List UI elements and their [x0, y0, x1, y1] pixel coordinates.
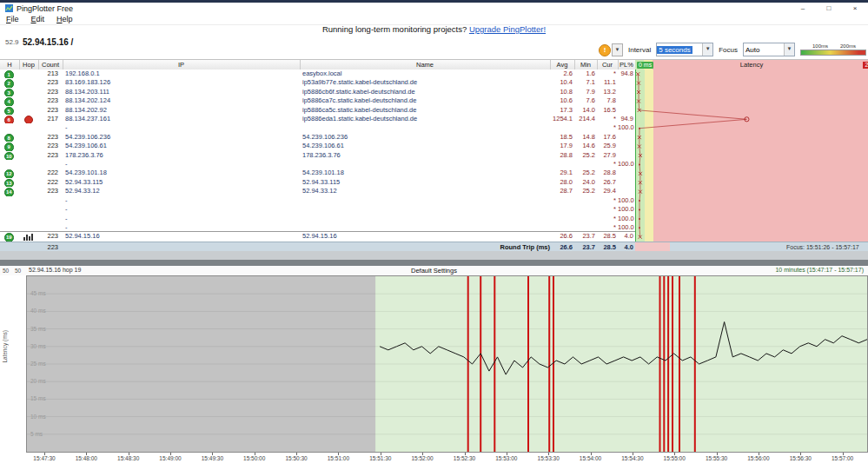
cell-count: [38, 123, 63, 132]
app-icon: [5, 4, 13, 12]
cell-name: 54.239.106.61: [300, 142, 550, 150]
cell-name: easybox.local: [300, 70, 550, 78]
timeline-chart: 45 ms40 ms35 ms30 ms25 ms20 ms15 ms10 ms…: [27, 276, 867, 452]
cell-min: 214.4: [574, 115, 597, 123]
timeline-plot[interactable]: 45 ms40 ms35 ms30 ms25 ms20 ms15 ms10 ms…: [26, 275, 868, 453]
x-tick-label: 15:53:30: [533, 455, 564, 461]
cell-avg: 10.4: [550, 78, 574, 87]
cell-count: 213: [38, 70, 63, 78]
x-tick-label: 15:52:00: [407, 455, 438, 461]
close-button[interactable]: ×: [842, 3, 868, 14]
y-axis-title: Latency (ms): [2, 330, 8, 363]
upgrade-banner: Running long-term monitoring projects? U…: [0, 24, 868, 36]
cell-pl: [618, 106, 635, 115]
hop-status-icon-ok: 3: [4, 89, 14, 96]
x-tick-label: 15:49:30: [196, 455, 228, 461]
hop-status-icon-ok: 10: [4, 152, 14, 160]
x-tick-label: 15:51:30: [365, 455, 396, 461]
cell-cur: *: [597, 70, 618, 78]
cell-ip: -: [63, 160, 300, 169]
timeline-graph-icon[interactable]: [23, 233, 34, 241]
cell-count: 223: [38, 151, 63, 160]
svg-text:5 ms: 5 ms: [30, 431, 43, 437]
cell-pl: [618, 151, 635, 160]
cell-ip: 88.134.202.124: [63, 96, 300, 105]
interval-select[interactable]: 5 seconds ▼: [656, 43, 713, 56]
cell-name: 54.239.106.236: [300, 133, 550, 142]
svg-text:35 ms: 35 ms: [30, 326, 46, 332]
hop-status-icon-ok: 12: [4, 169, 14, 177]
cell-min: 25.2: [574, 169, 597, 177]
cell-count: 223: [38, 88, 63, 96]
panel-splitter[interactable]: [0, 260, 868, 266]
cell-avg: 29.1: [550, 169, 574, 177]
menu-item-file[interactable]: File: [0, 15, 25, 23]
x-tick-label: 15:48:30: [113, 455, 144, 461]
cell-ip: -: [63, 123, 300, 132]
menu-item-edit[interactable]: Edit: [25, 15, 51, 23]
cell-ip: -: [63, 215, 300, 223]
cell-ip: 88.134.203.111: [63, 88, 300, 96]
cell-cur: 27.9: [597, 151, 618, 160]
cell-ip: -: [63, 196, 300, 205]
hop-status-icon-ok: 5: [4, 107, 14, 115]
target-tab[interactable]: 52.9: [5, 38, 19, 46]
x-tick-label: 15:54:00: [575, 455, 606, 461]
cell-min: [574, 215, 597, 223]
legend-100ms-label: 100ms: [812, 43, 828, 49]
cell-pl: 94.8: [618, 70, 635, 78]
timeline-settings-label[interactable]: Default Settings: [0, 267, 868, 275]
y-max-label-2: 50: [15, 268, 21, 274]
cell-ip: 54.239.106.236: [63, 133, 300, 142]
x-tick-label: 15:50:00: [239, 455, 270, 461]
cell-count: 223: [38, 142, 63, 150]
cell-min: 7.9: [574, 88, 597, 96]
cell-min: 14.8: [574, 133, 597, 142]
legend-200ms-label: 200ms: [840, 43, 856, 49]
cell-cur: 13.2: [597, 88, 618, 96]
cell-avg: 10.8: [550, 88, 574, 96]
menu-item-help[interactable]: Help: [50, 15, 79, 23]
cell-name: [300, 215, 550, 223]
cell-avg: 28.0: [550, 178, 574, 187]
cell-name: ip5886ca5c.static.kabel-deutschland.de: [300, 106, 550, 115]
x-tick-label: 15:55:30: [701, 455, 732, 461]
hop-status-icon-ok: 13: [4, 179, 14, 187]
cell-count: 223: [38, 187, 63, 195]
maximize-button[interactable]: □: [816, 3, 842, 14]
cell-count: 223: [38, 106, 63, 115]
alerts-button[interactable]: ! ▼: [599, 43, 623, 56]
cell-count: 223: [38, 133, 63, 142]
chevron-down-icon[interactable]: ▼: [612, 43, 623, 56]
upgrade-link[interactable]: Upgrade PingPlotter!: [469, 24, 546, 34]
cell-ip: 54.239.106.61: [63, 142, 300, 150]
hop-status-icon-ok: 19: [4, 233, 14, 241]
title-bar: PingPlotter Free – □ ×: [0, 0, 868, 14]
hop-latency-band: [635, 70, 868, 242]
cell-name: 54.239.101.18: [300, 169, 550, 177]
cell-min: 23.7: [574, 232, 597, 241]
cell-avg: 28.8: [550, 151, 574, 160]
cell-min: [574, 160, 597, 169]
cell-avg: 18.5: [550, 133, 574, 142]
focus-select[interactable]: Auto ▼: [743, 43, 795, 56]
timeline-range-label: 10 minutes (15:47:17 - 15:57:17): [775, 267, 864, 273]
timeline-x-axis: 15:47:3015:48:0015:48:3015:49:0015:49:30…: [0, 453, 868, 465]
cell-avg: [550, 205, 574, 214]
cell-min: [574, 123, 597, 132]
cell-min: [574, 205, 597, 214]
x-tick-label: 15:47:30: [29, 455, 60, 461]
timeline-header: 52.94.15.16 hop 19 Default Settings 10 m…: [0, 266, 868, 275]
cell-pl: 100.0: [618, 160, 635, 169]
cell-min: 7.1: [574, 78, 597, 87]
minimize-button[interactable]: –: [790, 3, 816, 14]
hop-status-icon-ok: 2: [4, 79, 14, 87]
hop-status-icon-ok: 8: [4, 134, 14, 142]
cell-pl: 100.0: [618, 196, 635, 205]
cell-ip: 52.94.15.16: [63, 232, 300, 241]
x-tick-label: 15:54:30: [617, 455, 648, 461]
cell-cur: *: [597, 196, 618, 205]
cell-min: 14.0: [574, 106, 597, 115]
cell-name: [300, 123, 550, 132]
cell-pl: [618, 169, 635, 177]
